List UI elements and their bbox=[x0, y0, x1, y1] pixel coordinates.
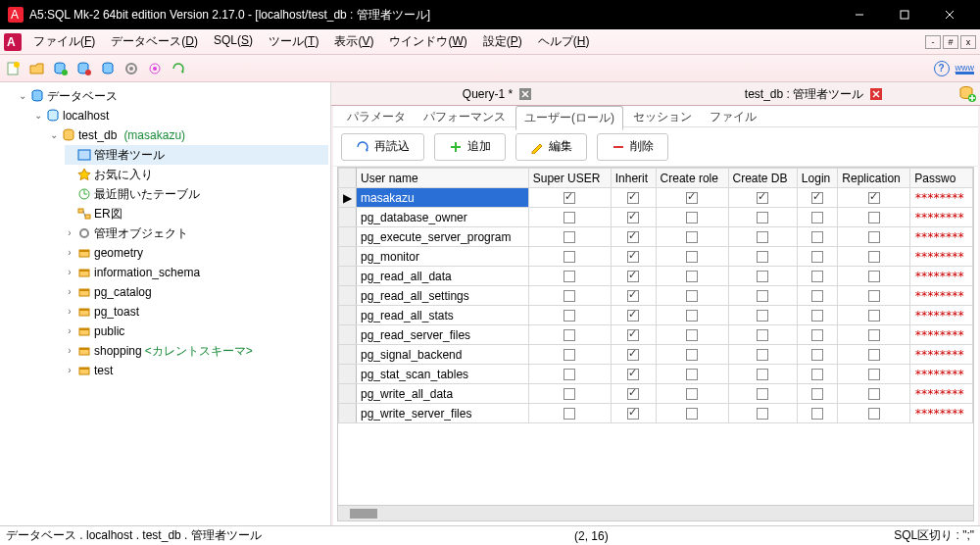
cell-checkbox[interactable] bbox=[611, 384, 656, 404]
cell-checkbox[interactable] bbox=[656, 267, 728, 286]
cell-checkbox[interactable] bbox=[728, 208, 797, 227]
cell-checkbox[interactable] bbox=[797, 188, 838, 208]
cell-checkbox[interactable] bbox=[611, 286, 656, 306]
cell-checkbox[interactable] bbox=[611, 325, 656, 345]
www-link[interactable]: www bbox=[956, 63, 975, 74]
cell-checkbox[interactable] bbox=[728, 384, 797, 404]
cell-checkbox[interactable] bbox=[611, 306, 656, 325]
cell-checkbox[interactable] bbox=[797, 306, 838, 325]
col-header[interactable]: Passwo bbox=[910, 169, 973, 188]
cell-password[interactable]: ******** bbox=[910, 188, 973, 208]
cell-checkbox[interactable] bbox=[797, 404, 838, 423]
mdi-restore-button[interactable]: # bbox=[943, 35, 958, 49]
chevron-right-icon[interactable]: › bbox=[65, 303, 74, 321]
close-button[interactable] bbox=[927, 0, 972, 29]
close-tab-icon[interactable] bbox=[518, 87, 532, 101]
cell-checkbox[interactable] bbox=[656, 384, 728, 404]
cell-checkbox[interactable] bbox=[656, 345, 728, 365]
cell-checkbox[interactable] bbox=[838, 188, 910, 208]
tree-host[interactable]: ⌄ localhost bbox=[33, 106, 328, 125]
menu-1[interactable]: データベース(D) bbox=[103, 30, 206, 53]
inner-tab[interactable]: パラメータ bbox=[339, 106, 414, 128]
cell-checkbox[interactable] bbox=[838, 247, 910, 267]
cell-checkbox[interactable] bbox=[656, 227, 728, 247]
table-row[interactable]: pg_write_server_files******** bbox=[339, 404, 973, 423]
cell-checkbox[interactable] bbox=[611, 188, 656, 208]
cell-username[interactable]: pg_read_all_settings bbox=[357, 286, 529, 306]
inner-tab[interactable]: ファイル bbox=[702, 106, 764, 128]
app-menu-icon[interactable]: A bbox=[4, 33, 22, 51]
chevron-right-icon[interactable]: › bbox=[65, 283, 74, 301]
add-button[interactable]: 追加 bbox=[434, 133, 506, 161]
col-header[interactable]: Inherit bbox=[611, 169, 656, 188]
cell-checkbox[interactable] bbox=[838, 404, 910, 423]
cell-checkbox[interactable] bbox=[797, 345, 838, 365]
cell-username[interactable]: masakazu bbox=[357, 188, 529, 208]
cell-checkbox[interactable] bbox=[728, 345, 797, 365]
col-header[interactable]: Super USER bbox=[528, 169, 611, 188]
tree-item-clock[interactable]: 最近開いたテーブル bbox=[65, 184, 328, 204]
cell-password[interactable]: ******** bbox=[910, 247, 973, 267]
db-icon[interactable] bbox=[100, 61, 116, 76]
cell-checkbox[interactable] bbox=[528, 384, 611, 404]
cell-checkbox[interactable] bbox=[656, 306, 728, 325]
cell-password[interactable]: ******** bbox=[910, 384, 973, 404]
inner-tab[interactable]: ユーザー(ロール) bbox=[515, 106, 623, 130]
table-row[interactable]: pg_read_all_data******** bbox=[339, 267, 973, 286]
cell-checkbox[interactable] bbox=[797, 325, 838, 345]
tree-schema[interactable]: ›管理オブジェクト bbox=[65, 223, 328, 243]
cell-checkbox[interactable] bbox=[611, 365, 656, 384]
cell-checkbox[interactable] bbox=[728, 227, 797, 247]
col-header[interactable]: Create DB bbox=[728, 169, 797, 188]
cell-checkbox[interactable] bbox=[656, 188, 728, 208]
tree-item-admin[interactable]: 管理者ツール bbox=[65, 145, 328, 165]
menu-4[interactable]: 表示(V) bbox=[326, 30, 381, 53]
cell-checkbox[interactable] bbox=[528, 404, 611, 423]
chevron-right-icon[interactable]: › bbox=[65, 264, 74, 281]
cell-checkbox[interactable] bbox=[838, 267, 910, 286]
tree-item-er[interactable]: ER図 bbox=[65, 204, 328, 223]
refresh-icon[interactable] bbox=[171, 61, 186, 76]
cell-checkbox[interactable] bbox=[656, 247, 728, 267]
cell-checkbox[interactable] bbox=[797, 208, 838, 227]
cell-checkbox[interactable] bbox=[528, 306, 611, 325]
cell-username[interactable]: pg_write_server_files bbox=[357, 404, 529, 423]
cell-username[interactable]: pg_read_all_stats bbox=[357, 306, 529, 325]
chevron-right-icon[interactable]: › bbox=[65, 342, 74, 360]
cell-checkbox[interactable] bbox=[728, 267, 797, 286]
cell-username[interactable]: pg_read_server_files bbox=[357, 325, 529, 345]
cell-password[interactable]: ******** bbox=[910, 306, 973, 325]
tree-schema[interactable]: ›pg_toast bbox=[65, 302, 328, 322]
edit-button[interactable]: 編集 bbox=[515, 133, 587, 161]
reload-button[interactable]: 再読込 bbox=[341, 133, 424, 161]
menu-0[interactable]: ファイル(F) bbox=[25, 30, 103, 53]
file-tab[interactable]: test_db : 管理者ツール bbox=[656, 83, 972, 105]
chevron-right-icon[interactable]: › bbox=[65, 362, 74, 379]
chevron-down-icon[interactable]: ⌄ bbox=[33, 107, 43, 124]
chevron-right-icon[interactable]: › bbox=[65, 244, 74, 262]
chevron-right-icon[interactable]: › bbox=[65, 224, 74, 242]
inner-tab[interactable]: パフォーマンス bbox=[416, 106, 514, 128]
cell-checkbox[interactable] bbox=[728, 325, 797, 345]
tree-schema[interactable]: ›geometry bbox=[65, 243, 328, 263]
cell-password[interactable]: ******** bbox=[910, 365, 973, 384]
chevron-down-icon[interactable]: ⌄ bbox=[49, 126, 59, 144]
table-row[interactable]: pg_execute_server_program******** bbox=[339, 227, 973, 247]
minimize-button[interactable] bbox=[837, 0, 882, 29]
cell-checkbox[interactable] bbox=[728, 286, 797, 306]
cell-checkbox[interactable] bbox=[528, 188, 611, 208]
cell-checkbox[interactable] bbox=[528, 247, 611, 267]
cell-checkbox[interactable] bbox=[528, 345, 611, 365]
cell-username[interactable]: pg_read_all_data bbox=[357, 267, 529, 286]
cell-checkbox[interactable] bbox=[728, 404, 797, 423]
tree-schema[interactable]: ›public bbox=[65, 322, 328, 341]
cell-checkbox[interactable] bbox=[728, 365, 797, 384]
table-row[interactable]: pg_monitor******** bbox=[339, 247, 973, 267]
cell-username[interactable]: pg_write_all_data bbox=[357, 384, 529, 404]
cell-checkbox[interactable] bbox=[797, 267, 838, 286]
cell-checkbox[interactable] bbox=[797, 247, 838, 267]
cell-checkbox[interactable] bbox=[611, 404, 656, 423]
cell-username[interactable]: pg_monitor bbox=[357, 247, 529, 267]
tree-schema[interactable]: ›shopping <カレントスキーマ> bbox=[65, 341, 328, 361]
cell-checkbox[interactable] bbox=[656, 286, 728, 306]
